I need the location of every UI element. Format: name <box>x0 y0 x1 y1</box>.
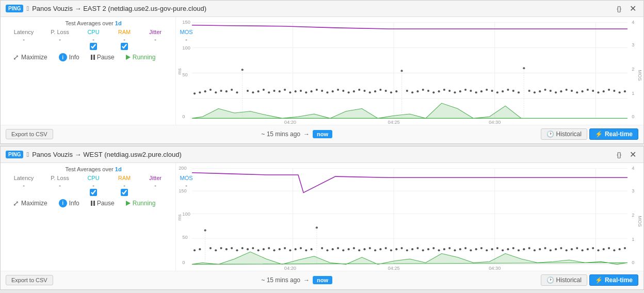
svg-point-21 <box>199 91 201 93</box>
apple-icon-2:  <box>26 151 29 158</box>
ploss-label-1: P. Loss <box>42 28 78 36</box>
time-nav-1: ~ 15 mins ago → now <box>261 130 332 138</box>
svg-point-136 <box>231 247 233 249</box>
close-button-1[interactable]: ✕ <box>627 3 638 14</box>
info-button-1[interactable]: i Info <box>57 52 82 62</box>
svg-text:04:25: 04:25 <box>388 120 400 125</box>
jitter-label-1: Jitter <box>140 28 171 36</box>
svg-point-69 <box>454 91 456 93</box>
svg-point-94 <box>587 89 589 91</box>
now-badge-1[interactable]: now <box>313 130 332 138</box>
left-section-2: Test Averages over 1d Latency P. Loss CP… <box>1 163 176 271</box>
cpu-label-1: CPU <box>78 28 109 36</box>
svg-point-54 <box>374 90 376 92</box>
svg-point-28 <box>236 91 238 93</box>
maximize-icon-1: ⤢ <box>13 53 19 61</box>
svg-point-151 <box>310 248 312 250</box>
svg-point-66 <box>438 90 440 92</box>
svg-point-197 <box>555 248 557 250</box>
historical-button-1[interactable]: 🕑 Historical <box>541 128 587 140</box>
actions-row-2: ⤢ Maximize i Info Pause <box>6 196 170 211</box>
svg-point-65 <box>432 91 434 93</box>
running-button-2[interactable]: Running <box>124 199 158 208</box>
export-button-1[interactable]: Export to CSV <box>6 129 53 139</box>
left-section-1: Test Averages over 1d Latency P. Loss CP… <box>1 17 176 125</box>
cpu-val-1: - <box>78 36 109 43</box>
svg-point-170 <box>411 248 413 250</box>
svg-text:ms: ms <box>177 214 182 221</box>
svg-point-77 <box>496 91 498 93</box>
cpu-checkbox-1[interactable] <box>90 43 97 50</box>
svg-point-55 <box>379 89 381 91</box>
arrow-right-2: → <box>303 276 310 284</box>
code-button-2[interactable]: {} <box>615 150 623 159</box>
export-button-2[interactable]: Export to CSV <box>6 275 53 285</box>
svg-point-93 <box>582 90 584 92</box>
maximize-button-1[interactable]: ⤢ Maximize <box>11 52 50 62</box>
test-averages-1: Test Averages over 1d Latency P. Loss CP… <box>6 20 181 50</box>
svg-text:150: 150 <box>179 188 186 193</box>
svg-point-26 <box>226 90 228 92</box>
stats-grid-2: Latency P. Loss CPU RAM Jitter MOS - - -… <box>6 174 181 196</box>
period-1: 1d <box>115 20 122 26</box>
running-button-1[interactable]: Running <box>124 53 158 62</box>
info-icon-2: i <box>59 199 67 207</box>
bottom-bar-2: Export to CSV ~ 15 mins ago → now 🕑 Hist… <box>1 271 643 289</box>
svg-point-180 <box>464 247 466 249</box>
now-badge-2[interactable]: now <box>313 276 332 284</box>
realtime-button-2[interactable]: ⚡ Real-time <box>589 274 638 286</box>
svg-point-168 <box>400 247 403 249</box>
code-button-1[interactable]: {} <box>615 4 623 13</box>
clock-icon-2: 🕑 <box>546 276 554 284</box>
arrow-right-1: → <box>303 131 310 138</box>
close-button-2[interactable]: ✕ <box>627 149 638 160</box>
time-nav-2: ~ 15 mins ago → now <box>261 276 332 284</box>
info-button-2[interactable]: i Info <box>57 198 82 208</box>
ploss-label-2: P. Loss <box>42 174 78 182</box>
pause-button-2[interactable]: Pause <box>89 199 117 208</box>
svg-point-201 <box>576 247 578 249</box>
historical-button-2[interactable]: 🕑 Historical <box>541 274 587 286</box>
maximize-button-2[interactable]: ⤢ Maximize <box>11 198 50 208</box>
ram-checkbox-2[interactable] <box>121 189 128 196</box>
svg-point-190 <box>518 249 520 251</box>
svg-text:1: 1 <box>632 237 634 242</box>
svg-text:4: 4 <box>632 165 634 170</box>
svg-point-148 <box>295 248 297 250</box>
pause-button-1[interactable]: Pause <box>89 53 117 62</box>
svg-point-71 <box>464 89 466 91</box>
svg-point-63 <box>422 89 424 91</box>
svg-point-46 <box>332 90 334 92</box>
svg-point-89 <box>560 90 562 92</box>
panel-east2: PING  Panos Vouzis → EAST 2 (netdiag.us… <box>0 0 644 144</box>
svg-text:100: 100 <box>182 211 190 217</box>
cpu-checkbox-2[interactable] <box>90 189 97 196</box>
svg-point-194 <box>539 248 541 250</box>
maximize-icon-2: ⤢ <box>13 199 19 207</box>
svg-point-30 <box>247 90 249 92</box>
svg-point-42 <box>310 90 312 92</box>
svg-point-53 <box>369 91 371 93</box>
svg-point-38 <box>289 91 291 93</box>
svg-point-22 <box>204 90 206 92</box>
ram-label-2: RAM <box>109 174 140 182</box>
svg-point-164 <box>379 248 381 250</box>
svg-point-99 <box>613 90 615 92</box>
svg-point-85 <box>539 90 541 92</box>
realtime-button-1[interactable]: ⚡ Real-time <box>589 128 638 140</box>
svg-point-49 <box>348 91 350 93</box>
svg-text:04:30: 04:30 <box>489 266 501 271</box>
svg-text:2: 2 <box>632 213 634 218</box>
svg-text:100: 100 <box>182 45 190 51</box>
svg-point-195 <box>544 247 546 249</box>
svg-point-155 <box>332 248 334 250</box>
svg-text:MOS: MOS <box>637 70 642 80</box>
clock-icon-1: 🕑 <box>546 131 554 138</box>
ram-checkbox-1[interactable] <box>121 43 128 50</box>
time-ago-1: ~ 15 mins ago <box>261 131 300 138</box>
svg-point-132 <box>210 247 212 249</box>
svg-text:ms: ms <box>177 68 182 75</box>
svg-point-137 <box>236 249 238 251</box>
svg-point-198 <box>560 247 562 249</box>
svg-point-188 <box>507 248 509 250</box>
